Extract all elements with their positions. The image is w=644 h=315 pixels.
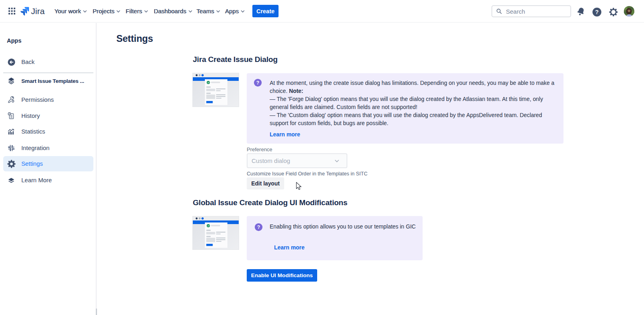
svg-text:?: ? [595, 9, 599, 15]
svg-text:?: ? [257, 224, 260, 230]
svg-text:?: ? [256, 80, 259, 86]
